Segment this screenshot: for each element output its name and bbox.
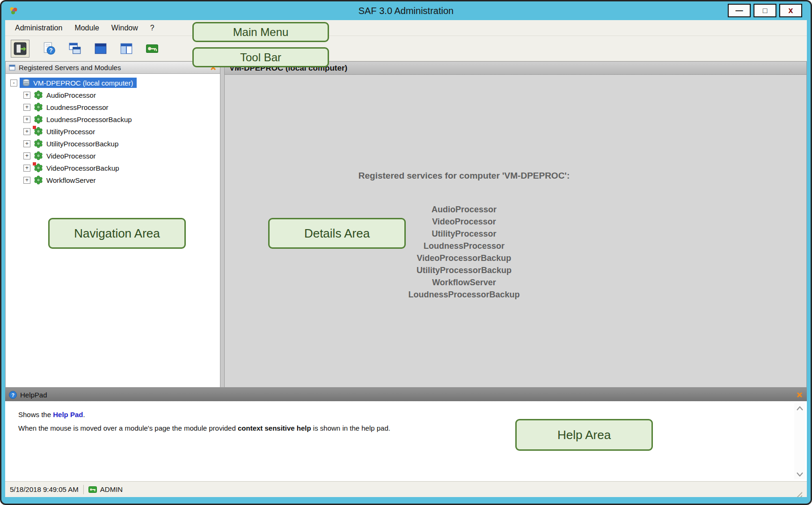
module-gear-icon — [34, 102, 43, 112]
helppad-toggle-icon: ? — [42, 42, 56, 56]
helppad-text: When the mouse is moved over a module's … — [18, 424, 238, 432]
helppad-toggle-button[interactable]: ? — [40, 40, 59, 58]
tree-item[interactable]: + — [6, 150, 220, 162]
scroll-up-icon[interactable] — [794, 403, 805, 413]
expand-toggle-icon[interactable]: + — [23, 177, 30, 184]
tree-item-label: WorkflowServer — [46, 176, 96, 184]
service-name: WorkflowServer — [408, 276, 519, 289]
resize-grip[interactable] — [795, 490, 802, 497]
tree-root-selection[interactable]: VM-DPEPROC (local computer) — [20, 78, 137, 88]
close-button[interactable]: x — [779, 4, 802, 17]
service-name: AudioProcessor — [408, 203, 519, 216]
helppad-text: . — [83, 411, 85, 418]
exit-button[interactable] — [11, 40, 29, 58]
status-bar: 5/18/2018 9:49:05 AM ADMIN — [5, 481, 807, 497]
tool-bar: ? — [5, 36, 807, 61]
menu-item[interactable]: Administration — [9, 22, 68, 35]
cascade-windows-icon — [68, 42, 82, 56]
menu-item[interactable]: Window — [105, 22, 144, 35]
annotation-help-area: Help Area — [515, 419, 653, 451]
title-bar: SAF 3.0 Administration — □ x — [1, 1, 811, 20]
module-gear-icon — [34, 175, 43, 185]
tree-item-label: VideoProcessorBackup — [46, 164, 119, 172]
expand-toggle-icon[interactable]: + — [23, 92, 30, 99]
scroll-down-icon[interactable] — [794, 469, 805, 479]
logged-in-key-icon — [88, 486, 97, 493]
tree-item[interactable]: + — [6, 101, 220, 113]
annotation-navigation-area: Navigation Area — [48, 218, 186, 249]
helppad-text: is shown in the help pad. — [311, 424, 390, 432]
svg-text:?: ? — [11, 392, 15, 397]
expand-toggle-icon[interactable]: + — [23, 116, 30, 123]
minimize-button[interactable]: — — [728, 4, 751, 17]
module-gear-icon — [34, 90, 43, 100]
collapse-toggle-icon[interactable]: - — [10, 79, 17, 87]
help-pad-link[interactable]: Help Pad — [53, 411, 83, 418]
service-name: UtilityProcessorBackup — [408, 264, 519, 276]
tree-root-label: VM-DPEPROC (local computer) — [33, 79, 133, 87]
expand-toggle-icon[interactable]: + — [23, 104, 30, 111]
tree-item-label: UtilityProcessor — [46, 128, 95, 136]
module-gear-icon — [34, 139, 43, 148]
help-icon: ? — [9, 391, 17, 399]
helppad-header: ? HelpPad — [5, 388, 807, 401]
annotation-main-menu: Main Menu — [192, 22, 329, 42]
tile-windows-button[interactable] — [117, 40, 136, 58]
helppad-line-1: Shows the Help Pad. — [18, 411, 779, 418]
server-tree: - VM-DPEPROC (local computer) — [6, 74, 220, 186]
helppad-content: Shows the Help Pad. When the mouse is mo… — [5, 401, 807, 481]
expand-toggle-icon[interactable]: + — [23, 165, 30, 172]
login-key-icon — [145, 42, 159, 56]
svg-text:?: ? — [49, 47, 53, 54]
module-gear-icon — [34, 127, 43, 136]
panel-window-icon — [9, 64, 16, 71]
full-window-button[interactable] — [91, 40, 110, 58]
expand-toggle-icon[interactable]: + — [23, 152, 30, 159]
panel-splitter[interactable] — [220, 61, 224, 388]
expand-toggle-icon[interactable]: + — [23, 128, 30, 135]
tree-item-label: LoudnessProcessorBackup — [46, 115, 132, 123]
navigation-panel-header: Registered Servers and Modules — [6, 62, 220, 74]
annotation-tool-bar: Tool Bar — [192, 47, 329, 67]
close-helppad-icon[interactable] — [796, 391, 803, 398]
module-gear-icon — [34, 115, 43, 124]
menu-bar: Administration Module Window ? — [5, 20, 807, 36]
helppad-bold-text: context sensitive help — [238, 424, 311, 432]
tree-item-label: UtilityProcessorBackup — [46, 140, 118, 148]
helppad-scrollbar[interactable] — [794, 403, 805, 479]
expand-toggle-icon[interactable]: + — [23, 140, 30, 147]
status-user: ADMIN — [100, 485, 123, 493]
tree-item-label: VideoProcessor — [46, 152, 96, 160]
tree-item[interactable]: + — [6, 125, 220, 137]
server-icon — [22, 79, 30, 87]
tree-item[interactable]: + — [6, 162, 220, 174]
annotation-details-area: Details Area — [268, 218, 406, 249]
tree-item[interactable]: + — [6, 113, 220, 125]
login-key-button[interactable] — [143, 40, 161, 58]
services-list: AudioProcessor VideoProcessor UtilityPro… — [408, 203, 519, 301]
module-gear-icon — [34, 151, 43, 160]
menu-item[interactable]: Module — [68, 22, 105, 35]
tree-root-row[interactable]: - VM-DPEPROC (local computer) — [6, 77, 220, 89]
tree-item[interactable]: + — [6, 174, 220, 186]
tree-item[interactable]: + — [6, 137, 220, 150]
helppad-line-2: When the mouse is moved over a module's … — [18, 424, 779, 432]
cascade-windows-button[interactable] — [66, 40, 84, 58]
tree-item-label: AudioProcessor — [46, 91, 96, 99]
window-controls: — □ x — [728, 4, 802, 17]
status-separator — [83, 485, 84, 494]
tree-item-label: LoudnessProcessor — [46, 103, 109, 111]
full-window-icon — [94, 42, 108, 56]
status-timestamp: 5/18/2018 9:49:05 AM — [10, 485, 79, 493]
application-window: SAF 3.0 Administration — □ x Administrat… — [0, 0, 812, 505]
navigation-panel-title: Registered Servers and Modules — [19, 64, 207, 72]
alert-dot — [33, 126, 36, 129]
maximize-button[interactable]: □ — [753, 4, 776, 17]
helppad-panel: ? HelpPad Shows the Help Pad. When the m… — [5, 388, 807, 481]
tree-children: + — [6, 89, 220, 186]
exit-icon — [13, 42, 27, 56]
tree-item[interactable]: + — [6, 89, 220, 101]
menu-item[interactable]: ? — [144, 22, 161, 35]
module-gear-icon — [34, 163, 43, 173]
window-title: SAF 3.0 Administration — [1, 1, 811, 20]
